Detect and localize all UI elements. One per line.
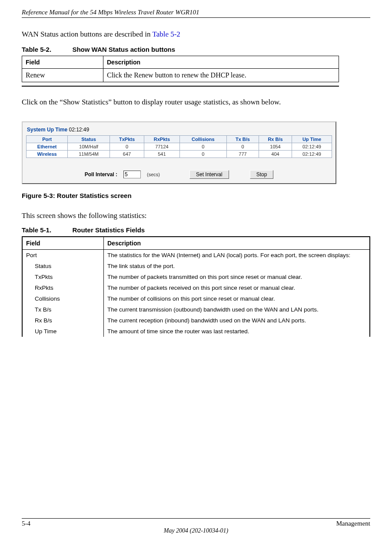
- port-cell[interactable]: Ethernet: [27, 143, 68, 151]
- table-row: StatusThe link status of the port.: [22, 261, 370, 272]
- desc-cell: The amount of time since the router was …: [104, 326, 370, 337]
- td-field: Renew: [22, 69, 103, 82]
- th-port: Port: [27, 136, 68, 143]
- tx-cell: 0: [110, 143, 144, 151]
- table-row: Ethernet10M/Half07712400105402:12:49: [27, 143, 332, 151]
- th-status: Status: [68, 136, 110, 143]
- th-rxbs: Rx B/s: [259, 136, 292, 143]
- system-up-time-label: System Up Time: [27, 127, 67, 133]
- intro-show-statistics: Click on the “Show Statistics” button to…: [22, 98, 370, 107]
- field-cell: Tx B/s: [22, 304, 104, 315]
- th-field: Field: [22, 56, 103, 69]
- desc-cell: The number of packets received on this p…: [104, 282, 370, 293]
- table-5-2-caption: Table 5-2. Show WAN Status action button…: [22, 46, 370, 53]
- table-row: PortThe statistics for the WAN (Internet…: [22, 250, 370, 261]
- field-cell: RxPkts: [22, 282, 104, 293]
- set-interval-button[interactable]: Set Interval: [189, 170, 229, 179]
- desc-cell: The number of packets transmitted on thi…: [104, 272, 370, 282]
- field-cell: Rx B/s: [22, 315, 104, 326]
- col-cell: 0: [179, 151, 226, 158]
- th-rxpkts: RxPkts: [144, 136, 179, 143]
- rx-cell: 77124: [144, 143, 179, 151]
- field-cell: Status: [22, 261, 104, 272]
- router-statistics-screenshot: System Up Time 02:12:49 Port Status TxPk…: [22, 121, 336, 184]
- th-desc: Description: [103, 56, 339, 69]
- page-footer: 5-4 Management May 2004 (202-10034-01): [22, 518, 370, 534]
- td-desc: Click the Renew button to renew the DHCP…: [103, 69, 339, 82]
- table-row: Rx B/sThe current reception (inbound) ba…: [22, 315, 370, 326]
- secs-label: (secs): [147, 172, 160, 177]
- table-row: Wireless11M/54M647541077740402:12:49: [27, 151, 332, 158]
- status-cell: 10M/Half: [68, 143, 110, 151]
- field-cell: TxPkts: [22, 272, 104, 282]
- rxb-cell: 1054: [259, 143, 292, 151]
- table-row: RxPktsThe number of packets received on …: [22, 282, 370, 293]
- table-5-2: Field Description Renew Click the Renew …: [22, 56, 339, 82]
- poll-interval-label: Poll Interval :: [85, 171, 117, 178]
- table-5-1-title: Router Statistics Fields: [72, 226, 145, 234]
- table-row: TxPktsThe number of packets transmitted …: [22, 272, 370, 282]
- col-cell: 0: [179, 143, 226, 151]
- poll-interval-input[interactable]: [123, 171, 141, 178]
- rxb-cell: 404: [259, 151, 292, 158]
- table-5-1: Field Description PortThe statistics for…: [22, 236, 370, 337]
- port-cell[interactable]: Wireless: [27, 151, 68, 158]
- th-uptime: Up Time: [292, 136, 332, 143]
- up-cell: 02:12:49: [292, 151, 332, 158]
- desc-cell: The link status of the port.: [104, 261, 370, 272]
- desc-cell: The current transmission (outbound) band…: [104, 304, 370, 315]
- desc-cell: The number of collisions on this port si…: [104, 293, 370, 304]
- status-cell: 11M/54M: [68, 151, 110, 158]
- up-cell: 02:12:49: [292, 143, 332, 151]
- stop-button[interactable]: Stop: [250, 170, 274, 179]
- th-collisions: Collisions: [179, 136, 226, 143]
- system-up-time: System Up Time 02:12:49: [26, 125, 332, 135]
- footer-section: Management: [336, 520, 370, 527]
- th51-field: Field: [22, 237, 104, 250]
- table-row: Tx B/sThe current transmission (outbound…: [22, 304, 370, 315]
- page-header: Reference Manual for the 54 Mbps Wireles…: [22, 9, 370, 18]
- system-up-time-value: 02:12:49: [69, 127, 90, 133]
- field-cell: Collisions: [22, 293, 104, 304]
- th-txpkts: TxPkts: [110, 136, 144, 143]
- table-5-2-bottom-rule: [22, 86, 339, 87]
- statistics-table: Port Status TxPkts RxPkts Collisions Tx …: [26, 135, 332, 158]
- desc-cell: The statistics for the WAN (Internet) an…: [104, 250, 370, 261]
- table-5-2-title: Show WAN Status action buttons: [72, 46, 175, 53]
- table-5-2-num: Table 5-2.: [22, 46, 51, 53]
- table-5-1-caption: Table 5-1. Router Statistics Fields: [22, 226, 370, 234]
- table-5-1-num: Table 5-1.: [22, 226, 51, 234]
- th-txbs: Tx B/s: [227, 136, 259, 143]
- field-cell: Port: [22, 250, 104, 261]
- figure-5-3-caption: Figure 5-3: Router Statistics screen: [22, 192, 370, 199]
- table-row: CollisionsThe number of collisions on th…: [22, 293, 370, 304]
- txb-cell: 777: [227, 151, 259, 158]
- intro-prefix: WAN Status action buttons are described …: [22, 30, 152, 38]
- link-table-5-2[interactable]: Table 5-2: [152, 30, 180, 38]
- txb-cell: 0: [227, 143, 259, 151]
- table-row: Up TimeThe amount of time since the rout…: [22, 326, 370, 337]
- rx-cell: 541: [144, 151, 179, 158]
- th51-desc: Description: [104, 237, 370, 250]
- intro-wan-buttons: WAN Status action buttons are described …: [22, 30, 370, 39]
- desc-cell: The current reception (inbound) bandwidt…: [104, 315, 370, 326]
- field-cell: Up Time: [22, 326, 104, 337]
- intro-statistics-fields: This screen shows the following statisti…: [22, 211, 370, 220]
- footer-date: May 2004 (202-10034-01): [22, 527, 370, 534]
- tx-cell: 647: [110, 151, 144, 158]
- footer-page-num: 5-4: [22, 520, 30, 527]
